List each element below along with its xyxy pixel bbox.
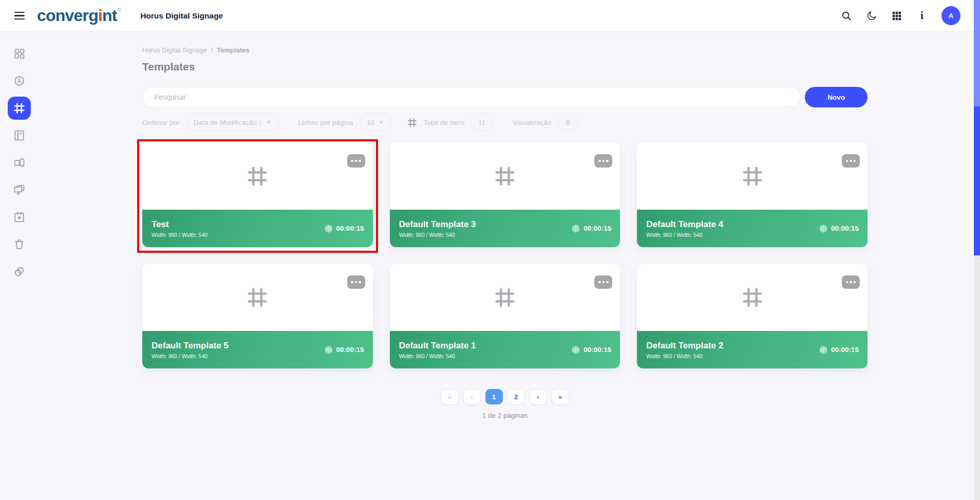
template-card-default-4[interactable]: Default Template 4 Width: 960 / Width: 5… (637, 142, 868, 247)
template-card-test[interactable]: Test Width: 960 / Width: 540 00:00:15 (142, 142, 373, 247)
card-dimensions: Width: 960 / Width: 540 (399, 232, 476, 238)
template-thumbnail (390, 142, 620, 210)
devices-icon (13, 156, 26, 169)
card-menu-button[interactable] (842, 154, 860, 168)
schedule-calendar-plus-icon (13, 211, 26, 224)
card-dimensions: Width: 960 / Width: 540 (399, 353, 476, 359)
chevron-down-icon: ▼ (266, 120, 271, 125)
breadcrumb-root[interactable]: Horus Digital Signage (142, 46, 207, 54)
info-icon[interactable]: i (916, 10, 928, 22)
rows-per-page-label: Linhas por página (298, 119, 353, 126)
card-menu-button[interactable] (347, 275, 365, 289)
pagination-last-button[interactable]: » (552, 389, 569, 404)
hamburger-menu-icon[interactable] (14, 12, 25, 20)
frame-placeholder-icon (493, 164, 517, 188)
filter-row: Ordenar por Data de Modificação ↓ ▼ Linh… (142, 114, 868, 131)
card-menu-button[interactable] (594, 154, 612, 168)
dashboard-icon (13, 47, 26, 60)
topbar-actions: i A (841, 6, 966, 25)
frame-placeholder-icon (741, 286, 764, 309)
card-duration: 00:00:15 (324, 345, 364, 355)
chevron-down-icon: ▼ (379, 120, 384, 125)
sidebar-item-schedule[interactable] (8, 206, 31, 229)
sidebar-item-dashboard[interactable] (8, 42, 31, 65)
template-card-default-3[interactable]: Default Template 3 Width: 960 / Width: 5… (390, 142, 620, 247)
search-input[interactable] (142, 87, 801, 107)
template-thumbnail (390, 264, 620, 331)
main-content: Horus Digital Signage / Templates Templa… (142, 32, 868, 419)
layouts-icon (13, 129, 26, 142)
template-thumbnail (142, 264, 373, 331)
sort-select[interactable]: Data de Modificação ↓ ▼ (186, 114, 279, 131)
card-title: Test (152, 219, 208, 230)
convergint-logo: convergint ® (37, 6, 121, 25)
breadcrumb-separator: / (211, 46, 213, 54)
avatar[interactable]: A (941, 6, 960, 25)
scrollbar[interactable] (974, 0, 980, 500)
frame-placeholder-icon (493, 286, 517, 309)
search-icon[interactable] (841, 10, 852, 22)
pagination-next-button[interactable]: › (530, 389, 547, 404)
card-info-bar: Default Template 4 Width: 960 / Width: 5… (637, 210, 868, 247)
app-title: Horus Digital Signage (140, 11, 223, 21)
sidebar-item-templates[interactable] (8, 97, 31, 120)
sidebar-item-trash[interactable] (8, 233, 31, 256)
screens-icon (13, 183, 26, 196)
media-icon (13, 75, 26, 87)
sidebar-item-devices[interactable] (8, 151, 31, 174)
template-card-default-2[interactable]: Default Template 2 Width: 960 / Width: 5… (637, 264, 868, 368)
reel-icon (571, 345, 580, 355)
new-button[interactable]: Novo (805, 87, 868, 107)
card-duration-value: 00:00:15 (831, 346, 859, 354)
reel-icon (819, 224, 828, 233)
sidebar-item-screens[interactable] (8, 178, 31, 201)
frame-placeholder-icon (246, 164, 269, 188)
pagination-page-2-button[interactable]: 2 (507, 389, 525, 404)
breadcrumb-current: Templates (217, 46, 249, 54)
card-menu-button[interactable] (842, 275, 860, 289)
card-menu-button[interactable] (347, 154, 365, 168)
view-toggle[interactable]: ≡ (558, 114, 578, 131)
logo-letter-i: i (98, 6, 102, 25)
card-title: Default Template 5 (152, 341, 229, 351)
total-items-badge: 11 (470, 114, 493, 131)
card-duration-value: 00:00:15 (336, 346, 364, 354)
card-info-bar: Default Template 2 Width: 960 / Width: 5… (637, 331, 868, 368)
reel-icon (324, 345, 333, 355)
apps-grid-icon[interactable] (891, 10, 902, 22)
template-thumbnail (142, 142, 373, 210)
reel-icon (819, 345, 828, 355)
registered-mark: ® (118, 7, 121, 13)
search-row: Novo (142, 87, 868, 107)
rows-per-page-select[interactable]: 10 ▼ (360, 114, 391, 131)
topbar: convergint ® Horus Digital Signage i A (0, 0, 980, 32)
pagination-prev-button[interactable]: ‹ (463, 389, 481, 404)
total-items-value: 11 (478, 119, 485, 126)
template-grid: Test Width: 960 / Width: 540 00:00:15 De… (142, 142, 868, 368)
pagination-page-1-button[interactable]: 1 (485, 389, 503, 404)
card-info-bar: Test Width: 960 / Width: 540 00:00:15 (142, 210, 373, 247)
sidebar-item-layouts[interactable] (8, 124, 31, 147)
template-thumbnail (637, 264, 868, 331)
card-title: Default Template 3 (399, 219, 476, 230)
card-duration: 00:00:15 (819, 224, 859, 233)
card-duration-value: 00:00:15 (583, 225, 611, 232)
total-items-label: Total de itens (424, 119, 465, 126)
links-icon (13, 265, 26, 278)
pagination-first-button[interactable]: « (441, 389, 459, 404)
card-duration: 00:00:15 (819, 345, 859, 355)
template-card-default-1[interactable]: Default Template 1 Width: 960 / Width: 5… (390, 264, 620, 368)
template-card-default-5[interactable]: Default Template 5 Width: 960 / Width: 5… (142, 264, 373, 368)
sort-value: Data de Modificação ↓ (194, 119, 262, 126)
card-info-bar: Default Template 1 Width: 960 / Width: 5… (390, 331, 620, 368)
card-menu-button[interactable] (594, 275, 612, 289)
list-view-icon: ≡ (566, 118, 571, 127)
card-title: Default Template 4 (646, 219, 723, 230)
card-duration: 00:00:15 (324, 224, 364, 233)
card-duration: 00:00:15 (571, 345, 611, 355)
sidebar-item-links[interactable] (8, 260, 31, 283)
sidebar-item-media[interactable] (8, 69, 31, 92)
breadcrumb: Horus Digital Signage / Templates (142, 46, 868, 54)
templates-count-frame-icon (407, 117, 418, 128)
dark-mode-moon-icon[interactable] (866, 10, 877, 22)
